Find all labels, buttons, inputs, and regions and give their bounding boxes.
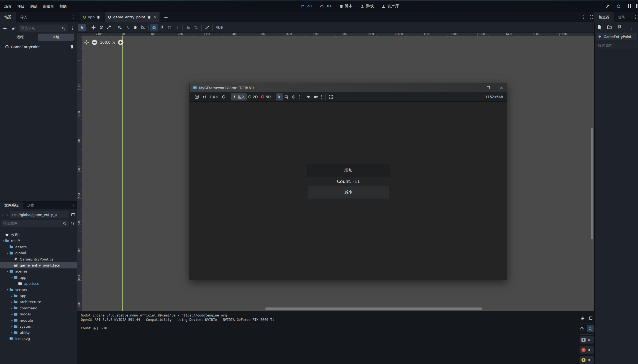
file-tree-item[interactable]: game_entry_point.tscn: [0, 262, 77, 268]
camera-override-button[interactable]: [312, 93, 320, 100]
path-input[interactable]: res://global/game_entry_p: [10, 211, 69, 218]
game-list-select-button[interactable]: [283, 93, 290, 100]
game-window-titlebar[interactable]: MyGFrameworkGame (DEBUG) – ×: [190, 83, 507, 92]
file-tree-item[interactable]: assets: [0, 244, 77, 250]
save-icon[interactable]: [617, 25, 622, 29]
tab-filesystem[interactable]: 文件系统: [0, 202, 23, 209]
tree-expand-icon[interactable]: ▸: [10, 313, 14, 316]
bone-button[interactable]: [203, 24, 211, 31]
workspace-2d-button[interactable]: 2D: [300, 3, 313, 9]
tree-expand-icon[interactable]: ▸: [10, 295, 14, 297]
close-window-icon[interactable]: ×: [496, 83, 507, 92]
view-menu-button[interactable]: 视图: [214, 25, 225, 30]
tree-expand-icon[interactable]: ▾: [6, 252, 9, 254]
next-frame-button[interactable]: [200, 93, 208, 100]
split-view-icon[interactable]: [70, 211, 76, 218]
warnings-badge[interactable]: ! 0: [580, 356, 594, 364]
smart-snap-button[interactable]: [150, 24, 158, 31]
workspace-script-button[interactable]: 脚本: [338, 3, 354, 9]
maximize-icon[interactable]: [483, 83, 494, 92]
game-selection-menu-icon[interactable]: [297, 93, 301, 100]
grid-snap-button[interactable]: [166, 24, 173, 31]
tree-expand-icon[interactable]: ▸: [10, 301, 14, 303]
tree-expand-icon[interactable]: ▾: [6, 270, 9, 273]
select-2d-mode-button[interactable]: 2D: [247, 93, 259, 100]
file-tree-item[interactable]: ▸system: [0, 323, 77, 330]
menu-help[interactable]: 帮助: [57, 2, 70, 10]
file-tree-item[interactable]: ▾scripts: [0, 287, 77, 293]
reset-speed-button[interactable]: [220, 93, 227, 100]
file-tree-item[interactable]: ▾res://: [0, 238, 77, 244]
remote-button[interactable]: 远程: [2, 34, 38, 41]
stop-button-partial[interactable]: [636, 4, 637, 8]
embed-fullscreen-button[interactable]: [327, 93, 335, 100]
local-button[interactable]: 本地: [38, 34, 74, 41]
forward-icon[interactable]: ›: [5, 212, 9, 217]
select-tool-button[interactable]: [78, 24, 86, 31]
zoom-in-icon[interactable]: +: [118, 40, 123, 45]
file-tree-item[interactable]: ▸module: [0, 317, 77, 324]
file-tree-item[interactable]: ▾global: [0, 250, 77, 256]
scene-tab-app[interactable]: app: [80, 12, 103, 22]
pan-tool-button[interactable]: [131, 24, 139, 31]
load-resource-icon[interactable]: [607, 25, 612, 29]
restart-button[interactable]: [615, 2, 622, 10]
script-icon[interactable]: [70, 45, 74, 49]
ruler-tool-button[interactable]: [139, 24, 147, 31]
scale-tool-button[interactable]: [105, 24, 113, 31]
menu-project[interactable]: 项目: [14, 2, 27, 10]
file-tree-item[interactable]: ▸app: [0, 293, 77, 299]
pause-button[interactable]: [625, 2, 633, 10]
file-tree-item[interactable]: ▸command: [0, 305, 77, 311]
tab-history[interactable]: 历史: [23, 202, 39, 209]
filesystem-menu-icon[interactable]: [73, 205, 73, 206]
filter-properties-input[interactable]: 筛选属性: [596, 42, 637, 49]
add-node-icon[interactable]: +: [1, 24, 9, 32]
tree-expand-icon[interactable]: ▸: [10, 331, 14, 334]
collapse-tree-icon[interactable]: [580, 327, 584, 331]
file-tree-item[interactable]: app.tscn: [0, 280, 77, 287]
tab-inspector[interactable]: 检查器: [594, 12, 614, 22]
rotate-tool-button[interactable]: [97, 24, 105, 31]
viewport-menu-icon[interactable]: [583, 17, 584, 17]
back-icon[interactable]: ‹: [1, 212, 4, 217]
tree-expand-icon[interactable]: ▸: [10, 325, 14, 328]
filter-nodes-input[interactable]: 筛选节点: [19, 25, 67, 32]
input-mode-button[interactable]: 输入: [231, 93, 247, 100]
scene-tree-root-row[interactable]: GameEntryPoint: [5, 44, 75, 50]
script-icon[interactable]: [147, 15, 151, 19]
messages-badge[interactable]: ! 4: [580, 336, 594, 344]
search-output-icon[interactable]: [587, 325, 594, 332]
file-tree-item[interactable]: ▾app: [0, 274, 77, 281]
increase-button[interactable]: 增加: [308, 164, 389, 177]
tree-expand-icon[interactable]: ▾: [10, 276, 14, 279]
list-select-tool-button[interactable]: [116, 24, 124, 31]
workspace-3d-button[interactable]: 3D: [319, 3, 332, 9]
close-icon[interactable]: ×: [153, 15, 157, 19]
script-icon[interactable]: [96, 15, 100, 19]
clear-output-icon[interactable]: [581, 316, 585, 320]
tree-expand-icon[interactable]: ▸: [10, 307, 14, 309]
move-tool-button[interactable]: [90, 24, 97, 31]
menu-scene[interactable]: 场景: [2, 2, 14, 10]
file-tree-item[interactable]: ▸utility: [0, 329, 77, 336]
scene-tab-game-entry-point[interactable]: game_entry_point ×: [105, 12, 159, 22]
suspend-button[interactable]: [193, 93, 200, 100]
camera-menu-icon[interactable]: [320, 93, 324, 100]
file-tree-item[interactable]: 收藏：: [0, 232, 77, 238]
tree-expand-icon[interactable]: ▸: [10, 319, 14, 322]
file-tree-item[interactable]: ▸architecture: [0, 299, 77, 305]
sort-icon[interactable]: [70, 220, 76, 227]
decrease-button[interactable]: 减少: [308, 186, 389, 199]
file-tree-item[interactable]: ▸model: [0, 311, 77, 317]
tab-import-dock[interactable]: 导入: [16, 12, 32, 22]
link-icon[interactable]: [10, 24, 17, 32]
copy-output-icon[interactable]: [588, 316, 593, 320]
menu-editor[interactable]: 编辑器: [40, 2, 57, 10]
minimize-icon[interactable]: –: [470, 83, 481, 92]
zoom-out-icon[interactable]: −: [92, 40, 97, 45]
new-resource-icon[interactable]: [597, 25, 602, 29]
scene-tree-menu-icon[interactable]: [69, 24, 76, 32]
zoom-level-label[interactable]: 100.0 %: [100, 40, 115, 45]
new-tab-icon[interactable]: +: [164, 14, 168, 20]
